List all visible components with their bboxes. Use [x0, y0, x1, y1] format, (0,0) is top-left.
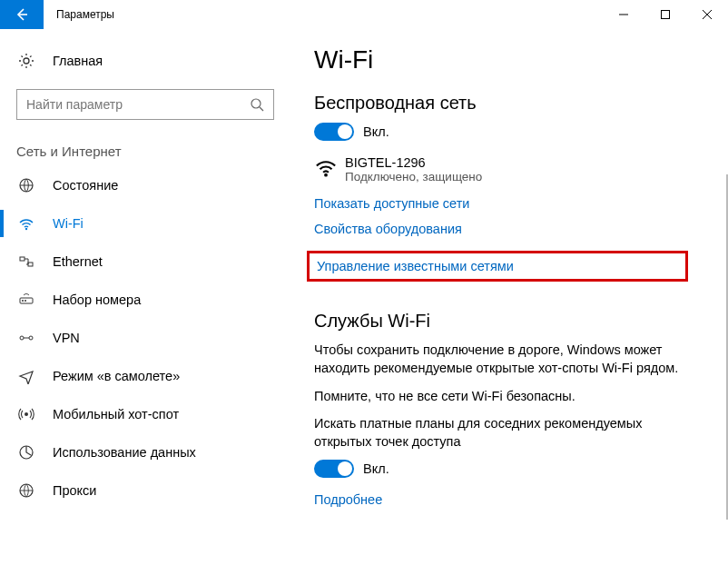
minimize-button[interactable] [603, 0, 644, 29]
sidebar-item-ethernet[interactable]: Ethernet [0, 243, 290, 281]
sidebar-item-proxy[interactable]: Прокси [0, 471, 290, 510]
svg-point-5 [251, 99, 261, 108]
sidebar-item-label: Состояние [53, 178, 118, 193]
svg-point-20 [324, 173, 328, 177]
dialup-icon [16, 292, 36, 308]
sidebar-item-label: Прокси [53, 483, 96, 498]
svg-point-13 [25, 300, 26, 302]
ethernet-icon [16, 253, 36, 270]
back-button[interactable] [0, 0, 44, 29]
wireless-toggle[interactable] [314, 123, 354, 141]
sidebar-item-wifi[interactable]: Wi-Fi [0, 204, 290, 243]
link-known-networks[interactable]: Управление известными сетями [317, 259, 678, 273]
wireless-heading: Беспроводная сеть [314, 93, 704, 114]
svg-rect-10 [28, 263, 33, 266]
svg-line-6 [260, 107, 263, 111]
status-icon [16, 177, 36, 193]
svg-rect-9 [20, 257, 25, 261]
page-title: Wi-Fi [314, 45, 704, 74]
datausage-icon [16, 444, 36, 461]
sidebar-item-label: Использование данных [53, 445, 196, 460]
services-text-3: Искать платные планы для соседних рекоме… [314, 414, 695, 451]
svg-point-15 [29, 336, 33, 340]
link-hardware-properties[interactable]: Свойства оборудования [314, 222, 704, 236]
svg-rect-1 [662, 11, 670, 19]
search-placeholder: Найти параметр [26, 97, 250, 112]
hotspot-icon [16, 406, 36, 422]
network-status: Подключено, защищено [345, 170, 482, 183]
network-name: BIGTEL-1296 [345, 155, 482, 170]
sidebar-home-label: Главная [53, 54, 103, 68]
link-show-available[interactable]: Показать доступные сети [314, 196, 704, 211]
services-text-1: Чтобы сохранить подключение в дороге, Wi… [314, 341, 695, 378]
svg-point-4 [24, 58, 29, 64]
sidebar-item-label: Набор номера [53, 292, 141, 307]
proxy-icon [16, 482, 36, 499]
sidebar-section-label: Сеть и Интернет [0, 127, 290, 166]
sidebar-item-vpn[interactable]: VPN [0, 319, 290, 357]
link-more[interactable]: Подробнее [314, 492, 704, 507]
sidebar-item-airplane[interactable]: Режим «в самолете» [0, 357, 290, 395]
svg-point-12 [22, 300, 24, 302]
paid-plans-toggle[interactable] [314, 460, 354, 478]
maximize-button[interactable] [644, 0, 686, 29]
gear-icon [16, 53, 36, 69]
wireless-toggle-label: Вкл. [363, 124, 389, 139]
sidebar-item-label: Мобильный хот-спот [53, 407, 179, 421]
airplane-icon [16, 368, 36, 384]
vpn-icon [16, 330, 36, 346]
window-title: Параметры [44, 0, 603, 29]
svg-point-14 [20, 336, 24, 340]
sidebar-item-label: VPN [53, 331, 80, 345]
sidebar-item-label: Ethernet [53, 254, 103, 269]
services-heading: Службы Wi-Fi [314, 311, 704, 332]
sidebar-item-hotspot[interactable]: Мобильный хот-спот [0, 395, 290, 433]
search-icon [250, 97, 264, 112]
current-network[interactable]: BIGTEL-1296 Подключено, защищено [314, 155, 704, 183]
sidebar-item-label: Режим «в самолете» [53, 369, 180, 383]
wifi-signal-icon [314, 155, 345, 179]
highlight-known-networks: Управление известными сетями [307, 251, 688, 282]
close-button[interactable] [686, 0, 728, 29]
sidebar-item-status[interactable]: Состояние [0, 166, 290, 204]
sidebar-item-label: Wi-Fi [53, 216, 84, 231]
content-pane: Wi-Fi Беспроводная сеть Вкл. BIGTEL-1296… [290, 29, 728, 575]
sidebar-item-datausage[interactable]: Использование данных [0, 433, 290, 471]
svg-point-17 [25, 412, 28, 416]
services-text-2: Помните, что не все сети Wi-Fi безопасны… [314, 387, 695, 405]
svg-point-8 [25, 228, 27, 230]
search-input[interactable]: Найти параметр [16, 89, 274, 120]
wifi-icon [16, 215, 36, 232]
sidebar: Главная Найти параметр Сеть и Интернет С… [0, 29, 290, 575]
paid-plans-toggle-label: Вкл. [363, 461, 389, 476]
sidebar-item-dialup[interactable]: Набор номера [0, 281, 290, 319]
sidebar-home[interactable]: Главная [0, 42, 290, 80]
